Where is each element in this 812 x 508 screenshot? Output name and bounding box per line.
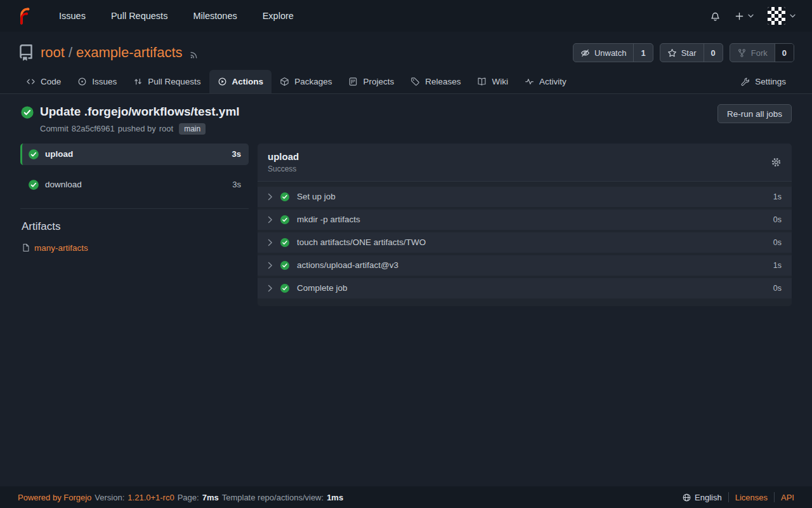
page-time-label: Page: (178, 493, 199, 502)
job-item-upload[interactable]: upload 3s (20, 144, 249, 165)
nav-link-explore[interactable]: Explore (263, 11, 294, 21)
pulse-icon (525, 77, 534, 86)
steps-list: Set up job 1s mkdir -p artifacts 0s touc… (258, 182, 792, 306)
chevron-right-icon (268, 284, 273, 292)
tab-projects[interactable]: Projects (340, 70, 402, 93)
issue-circle-dot-icon (77, 77, 87, 86)
artifact-download-link[interactable]: many-artifacts (34, 243, 88, 253)
divider (728, 492, 729, 502)
branch-badge[interactable]: main (179, 123, 206, 135)
nav-link-issues[interactable]: Issues (59, 11, 86, 21)
nav-link-pull-requests[interactable]: Pull Requests (111, 11, 167, 21)
rss-feed-icon[interactable] (189, 49, 200, 60)
avatar (768, 7, 785, 25)
tab-settings[interactable]: Settings (732, 70, 794, 93)
top-navbar: Issues Pull Requests Milestones Explore (0, 0, 812, 32)
version-link[interactable]: 1.21.0+1-rc0 (128, 493, 174, 502)
step-duration: 0s (773, 215, 782, 224)
tab-packages[interactable]: Packages (272, 70, 340, 93)
job-success-check-icon (28, 149, 39, 160)
forgejo-logo-icon[interactable] (16, 8, 34, 25)
fork-button[interactable]: Fork 0 (730, 43, 794, 62)
repo-owner-link[interactable]: root (41, 44, 65, 61)
unwatch-label: Unwatch (594, 48, 627, 58)
plus-icon (735, 11, 744, 21)
pushed-by-label: pushed by (118, 124, 156, 133)
chevron-right-icon (268, 239, 273, 246)
tab-pull-requests-label: Pull Requests (148, 77, 200, 86)
package-icon (280, 77, 289, 86)
fork-count[interactable]: 0 (775, 44, 794, 62)
tab-actions-label: Actions (232, 77, 264, 86)
globe-icon (682, 493, 691, 502)
star-button[interactable]: Star 0 (660, 43, 723, 62)
tab-actions[interactable]: Actions (209, 70, 272, 93)
repository-icon (18, 44, 34, 61)
step-duration: 1s (773, 261, 782, 270)
tab-wiki-label: Wiki (492, 77, 508, 86)
tab-issues[interactable]: Issues (69, 70, 125, 93)
step-row-mkdir[interactable]: mkdir -p artifacts 0s (258, 210, 792, 230)
create-new-dropdown[interactable] (735, 11, 754, 21)
step-label: actions/upload-artifact@v3 (297, 260, 398, 270)
api-link[interactable]: API (781, 493, 794, 502)
job-detail-status: Success (268, 164, 299, 173)
tab-activity-label: Activity (539, 77, 566, 86)
step-label: Set up job (297, 192, 336, 201)
step-row-touch[interactable]: touch artifacts/ONE artifacts/TWO 0s (258, 232, 792, 253)
tab-projects-label: Projects (363, 77, 394, 86)
step-duration: 0s (773, 284, 782, 293)
job-detail-name: upload (268, 151, 299, 162)
fork-label: Fork (751, 48, 768, 58)
powered-by-link[interactable]: Powered by Forgejo (18, 493, 91, 502)
actions-run-view: Update .forgejo/workflows/test.yml Commi… (0, 94, 812, 306)
page-time-value: 7ms (202, 493, 219, 502)
jobs-sidebar: upload 3s download 3s Artifacts many-art… (20, 144, 249, 253)
language-selector[interactable]: English (682, 493, 722, 502)
job-detail-header: upload Success (258, 144, 792, 182)
run-success-check-icon (20, 105, 34, 119)
pusher-name[interactable]: root (159, 124, 173, 133)
project-board-icon (348, 77, 358, 86)
tab-releases[interactable]: Releases (402, 70, 469, 93)
nav-link-milestones[interactable]: Milestones (193, 11, 237, 21)
nav-links: Issues Pull Requests Milestones Explore (59, 11, 294, 21)
book-open-icon (477, 77, 487, 86)
step-row-complete[interactable]: Complete job 0s (258, 278, 792, 298)
user-menu[interactable] (768, 7, 796, 25)
notifications-bell-icon[interactable] (710, 11, 721, 22)
star-count[interactable]: 0 (704, 44, 723, 62)
step-success-check-icon (280, 215, 290, 225)
repo-tabs: Code Issues Pull Requests Actions Packag… (18, 70, 794, 93)
run-header: Update .forgejo/workflows/test.yml Commi… (20, 104, 792, 135)
repo-title: root / example-artifacts (41, 44, 183, 61)
watch-count[interactable]: 1 (633, 44, 652, 62)
play-circle-icon (218, 77, 227, 86)
tab-activity[interactable]: Activity (516, 70, 575, 93)
step-row-setup[interactable]: Set up job 1s (258, 187, 792, 207)
tab-packages-label: Packages (294, 77, 332, 86)
version-label: Version: (95, 493, 124, 502)
step-label: mkdir -p artifacts (297, 215, 360, 224)
job-item-download[interactable]: download 3s (20, 174, 249, 196)
tab-issues-label: Issues (92, 77, 117, 86)
repo-action-buttons: Unwatch 1 Star 0 (573, 43, 794, 62)
job-options-gear-icon[interactable] (771, 157, 782, 168)
tab-pull-requests[interactable]: Pull Requests (125, 70, 209, 93)
step-row-upload-artifact[interactable]: actions/upload-artifact@v3 1s (258, 255, 792, 276)
tag-icon (410, 77, 420, 86)
unwatch-button[interactable]: Unwatch 1 (573, 43, 653, 62)
step-label: Complete job (297, 283, 348, 293)
repo-name-link[interactable]: example-artifacts (76, 44, 183, 61)
job-duration: 3s (232, 180, 241, 189)
licenses-link[interactable]: Licenses (735, 493, 768, 502)
tab-code[interactable]: Code (18, 70, 69, 93)
tab-wiki[interactable]: Wiki (469, 70, 516, 93)
tab-code-label: Code (41, 77, 61, 86)
step-duration: 1s (773, 192, 782, 201)
tab-settings-label: Settings (755, 77, 786, 86)
repo-header: root / example-artifacts Unwatch 1 (0, 32, 812, 94)
rerun-all-jobs-button[interactable]: Re-run all jobs (717, 104, 792, 123)
navbar-right (710, 7, 796, 25)
commit-sha[interactable]: 82a5cf6961 (72, 124, 115, 133)
